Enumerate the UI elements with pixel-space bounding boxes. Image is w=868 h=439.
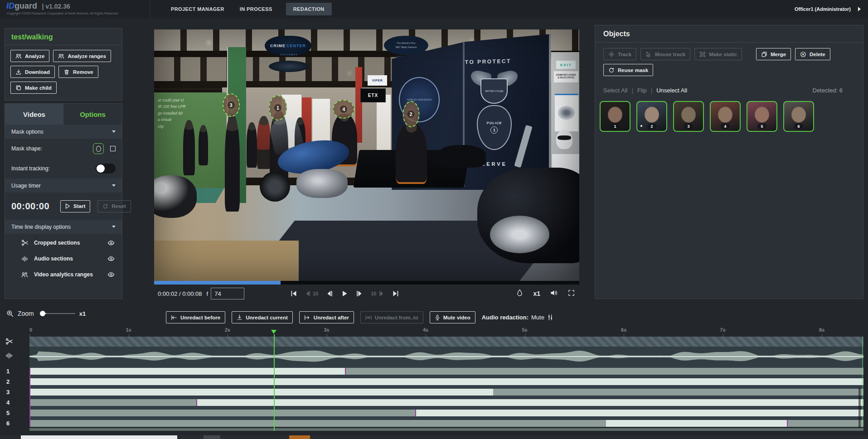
face-marker-4[interactable]: 4: [333, 100, 354, 119]
track-5-segment[interactable]: [29, 410, 416, 416]
mask-shape-square-button[interactable]: [110, 146, 116, 151]
object-thumbnail-1[interactable]: 1: [600, 101, 630, 132]
fullscreen-icon[interactable]: [568, 289, 575, 298]
forward-10-frames-button[interactable]: 10: [371, 290, 384, 297]
track-5-segment[interactable]: [416, 410, 863, 416]
reset-icon: [102, 203, 108, 209]
cropped-sections-track[interactable]: [29, 337, 863, 347]
video-analytics-ranges-label: Video analytics ranges: [34, 271, 93, 278]
nav-project-manager[interactable]: PROJECT MANAGER: [169, 3, 226, 15]
track-4-segment[interactable]: [29, 399, 197, 406]
object-thumbnail-3[interactable]: 3: [673, 101, 704, 132]
unredact-from-to-button[interactable]: Unredact from..to: [360, 311, 423, 323]
opacity-droplet-icon[interactable]: [516, 289, 523, 299]
next-frame-button[interactable]: [356, 290, 363, 297]
eye-icon[interactable]: [107, 256, 115, 262]
timer-start-button[interactable]: Start: [60, 200, 90, 212]
object-thumbnail-2[interactable]: 2: [636, 101, 667, 132]
skip-to-start-button[interactable]: [290, 290, 297, 297]
track-1-segment[interactable]: [29, 368, 345, 375]
usage-timer-header[interactable]: Usage timer: [5, 178, 122, 193]
mouse-track-button[interactable]: Mouse track: [640, 48, 690, 60]
analyze-ranges-button[interactable]: Analyze ranges: [53, 50, 111, 62]
track-6-segment[interactable]: [29, 420, 606, 427]
tab-options[interactable]: Options: [63, 104, 122, 125]
audio-icon: [21, 256, 29, 262]
timeline-display-header[interactable]: Time line display options: [5, 220, 122, 234]
unredact-before-button[interactable]: Unredact before: [166, 311, 225, 323]
mask-options-header[interactable]: Mask options: [5, 125, 122, 139]
track-1-segment[interactable]: [345, 368, 863, 375]
eye-icon[interactable]: [107, 271, 115, 278]
player-right-controls: x1: [516, 285, 575, 303]
merge-button[interactable]: Merge: [756, 48, 791, 60]
face-marker-1[interactable]: 1: [269, 95, 287, 121]
face-marker-2[interactable]: 2: [402, 101, 419, 127]
volume-icon[interactable]: [550, 289, 558, 298]
detected-count: Detected: 6: [813, 87, 843, 94]
play-button[interactable]: [341, 290, 348, 297]
playback-speed[interactable]: x1: [533, 290, 540, 297]
sliders-icon[interactable]: [547, 314, 553, 321]
flip-link[interactable]: Flip: [637, 87, 647, 94]
object-thumbnail-5[interactable]: 5: [747, 101, 777, 132]
nav-redaction[interactable]: REDACTION: [286, 3, 332, 15]
previous-frame-button[interactable]: [326, 290, 333, 297]
playhead[interactable]: [274, 334, 275, 429]
download-button[interactable]: Download: [10, 66, 55, 78]
make-child-button[interactable]: Make child: [10, 82, 57, 94]
timeline-ruler[interactable]: 01s2s3s4s5s6s7s8s: [29, 327, 863, 337]
display-item-cropped-sections: Cropped sections: [5, 236, 122, 250]
unredact-current-label: Unredact current: [246, 315, 288, 320]
track-6-segment[interactable]: [606, 420, 787, 427]
object-thumbnail-4[interactable]: 4: [710, 101, 741, 132]
track-button[interactable]: Track: [603, 48, 636, 60]
audio-waveform-track[interactable]: [29, 347, 863, 366]
track-2-segment[interactable]: [29, 378, 863, 385]
track-4-segment[interactable]: [197, 399, 863, 406]
frame-input[interactable]: [211, 288, 244, 299]
tab-videos[interactable]: Videos: [5, 104, 63, 125]
make-static-button[interactable]: Make static: [694, 48, 742, 60]
audio-redaction-value[interactable]: Mute: [531, 314, 544, 321]
video-stage[interactable]: at could your ciith 100 free LPRge insta…: [154, 29, 579, 281]
zoom-slider[interactable]: [40, 310, 75, 317]
selection-controls: Select All | Flip | Unselect All Detecte…: [595, 76, 863, 94]
skip-to-end-button[interactable]: [392, 290, 399, 297]
timeline-overview-bar[interactable]: [29, 428, 863, 431]
user-menu[interactable]: Officer1 (Administrator): [795, 0, 861, 18]
delete-label: Delete: [810, 52, 825, 57]
track-6-segment[interactable]: [787, 420, 863, 427]
playhead-handle[interactable]: [271, 330, 276, 334]
reuse-mask-button[interactable]: Reuse mask: [603, 64, 653, 76]
mute-video-button[interactable]: Mute video: [430, 311, 475, 323]
merge-label: Merge: [771, 52, 786, 57]
nav-in-process[interactable]: IN PROCESS: [238, 3, 274, 15]
zoom-slider-knob[interactable]: [40, 311, 45, 316]
analyze-button[interactable]: Analyze: [10, 50, 49, 62]
mask-shape-circle-button[interactable]: [93, 143, 104, 154]
unredact-after-button[interactable]: Unredact after: [299, 311, 354, 323]
track-3-segment[interactable]: [29, 389, 493, 396]
unredact-current-button[interactable]: Unredact current: [232, 311, 293, 323]
instant-tracking-toggle[interactable]: [96, 164, 116, 174]
eye-icon[interactable]: [107, 240, 115, 246]
vertical-scrollbar[interactable]: [858, 388, 861, 428]
timer-reset-button[interactable]: Reset: [97, 200, 131, 212]
face-marker-3[interactable]: 3: [223, 93, 240, 117]
timeline-tracks[interactable]: [29, 337, 863, 427]
remove-button[interactable]: Remove: [58, 66, 98, 78]
unselect-all-link[interactable]: Unselect All: [656, 87, 687, 94]
segment-divider: [345, 368, 346, 375]
track-3-segment[interactable]: [493, 389, 863, 396]
horizontal-scrollbar[interactable]: [0, 435, 868, 439]
video-progress-bar[interactable]: [154, 281, 579, 285]
select-all-link[interactable]: Select All: [603, 87, 627, 94]
timer-start-label: Start: [73, 203, 85, 209]
delete-button[interactable]: Delete: [795, 48, 830, 60]
object-thumbnail-6[interactable]: 6: [783, 101, 814, 132]
user-menu-arrow-icon[interactable]: [858, 7, 861, 11]
track-label-3: 3: [6, 389, 10, 396]
back-10-frames-button[interactable]: 10: [305, 290, 318, 297]
horizontal-scrollbar-thumb[interactable]: [21, 435, 177, 439]
